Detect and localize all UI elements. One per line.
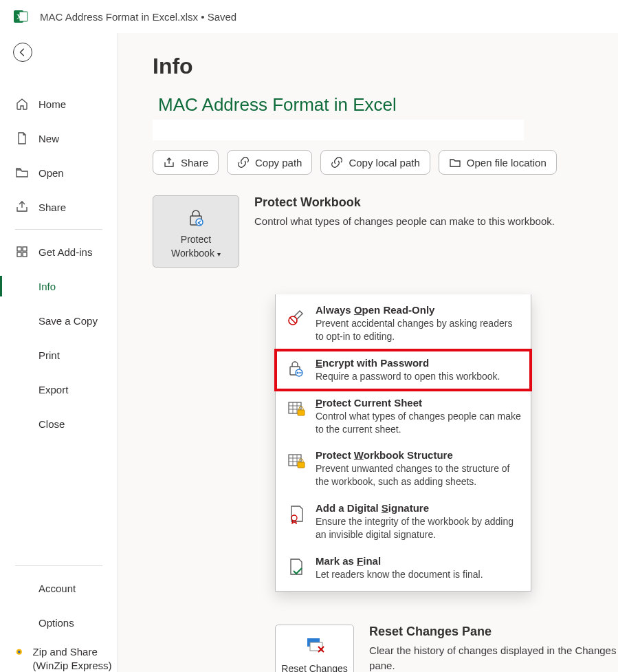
sidebar-item-print[interactable]: Print <box>0 338 118 372</box>
open-file-location-button[interactable]: Open file location <box>439 150 557 175</box>
sidebar-item-label: Export <box>38 384 68 395</box>
winzip-icon <box>15 645 23 659</box>
svg-rect-3 <box>17 247 21 251</box>
button-label: Copy path <box>255 157 302 169</box>
dropdown-item-title: Mark as Final <box>316 555 483 567</box>
sidebar-item-label: Options <box>38 617 74 629</box>
sidebar-item-label: Print <box>38 349 60 361</box>
dropdown-item-protect-structure[interactable]: Protect Workbook Structure Prevent unwan… <box>276 442 531 495</box>
link-icon <box>237 156 250 169</box>
back-button[interactable] <box>13 43 32 62</box>
sidebar-item-account[interactable]: Account <box>0 571 118 605</box>
sidebar-item-label: Home <box>38 98 66 110</box>
sidebar-item-label: New <box>38 133 59 144</box>
window-title: MAC Address Format in Excel.xlsx • Saved <box>40 11 236 23</box>
button-label: Copy local path <box>349 157 419 169</box>
svg-point-8 <box>18 651 20 653</box>
button-label: Open file location <box>467 157 547 169</box>
sidebar-item-info[interactable]: Info <box>0 269 118 303</box>
dropdown-item-digital-signature[interactable]: Add a Digital Signature Ensure the integ… <box>276 495 531 548</box>
certificate-icon <box>285 502 307 527</box>
button-label-line1: Protect <box>181 234 211 245</box>
svg-rect-18 <box>298 462 305 468</box>
chevron-down-icon: ▾ <box>217 250 221 259</box>
protect-workbook-button[interactable]: Protect Workbook▾ <box>153 195 239 268</box>
folder-open-icon <box>15 166 29 180</box>
sidebar-item-label: Info <box>38 281 56 292</box>
backstage-main: Info MAC Address Format in Excel Share C… <box>118 33 618 672</box>
sidebar-item-options[interactable]: Options <box>0 605 118 640</box>
reset-changes-pane-button[interactable]: Reset Changes Pane <box>275 625 354 672</box>
page-title: Info <box>153 54 618 79</box>
sidebar-item-label: Save a Copy <box>38 315 98 327</box>
dropdown-item-desc: Let readers know the document is final. <box>316 568 483 581</box>
sidebar-item-home[interactable]: Home <box>0 87 118 121</box>
section-description: Clear the history of changes displayed i… <box>369 643 618 672</box>
svg-point-14 <box>297 371 299 373</box>
button-label-line2: Workbook <box>171 248 214 259</box>
sidebar-item-label: Account <box>38 583 76 594</box>
titlebar: X MAC Address Format in Excel.xlsx • Sav… <box>0 0 618 33</box>
share-button[interactable]: Share <box>153 150 219 175</box>
copy-local-path-button[interactable]: Copy local path <box>320 150 430 175</box>
sidebar-item-label: Get Add-ins <box>38 246 92 258</box>
lock-key-icon <box>285 357 307 382</box>
sidebar-separator <box>15 565 102 566</box>
addins-icon <box>15 245 29 259</box>
home-icon <box>15 97 29 111</box>
button-label: Share <box>181 157 208 169</box>
dropdown-item-mark-final[interactable]: Mark as Final Let readers know the docum… <box>276 548 531 588</box>
sidebar-item-label: Close <box>38 418 65 430</box>
sidebar-item-label: Share <box>38 202 66 213</box>
new-doc-icon <box>15 131 29 145</box>
dropdown-item-read-only[interactable]: Always Open Read-Only Prevent accidental… <box>276 297 531 350</box>
svg-text:X: X <box>16 12 22 21</box>
dropdown-item-desc: Prevent unwanted changes to the structur… <box>316 462 521 488</box>
sidebar-item-save-copy[interactable]: Save a Copy <box>0 303 118 338</box>
sidebar-item-label: Zip and Share (WinZip Express) <box>33 645 118 672</box>
dropdown-item-desc: Prevent accidental changes by asking rea… <box>316 317 521 343</box>
svg-point-19 <box>291 515 297 521</box>
svg-rect-4 <box>23 247 27 251</box>
sidebar-item-share[interactable]: Share <box>0 190 118 224</box>
dropdown-item-title: Add a Digital Signature <box>316 502 521 514</box>
document-check-icon <box>285 555 307 580</box>
button-label-line1: Reset Changes <box>281 663 348 672</box>
dropdown-item-protect-sheet[interactable]: Protect Current Sheet Control what types… <box>276 390 531 443</box>
action-buttons-row: Share Copy path Copy local path Open fil… <box>153 150 618 175</box>
lock-icon <box>157 206 234 229</box>
sheet-lock-icon <box>285 397 307 422</box>
share-icon <box>15 200 29 214</box>
sidebar-item-new[interactable]: New <box>0 121 118 155</box>
sidebar-item-export[interactable]: Export <box>0 372 118 407</box>
sidebar-item-addins[interactable]: Get Add-ins <box>0 235 118 269</box>
dropdown-item-title: Protect Current Sheet <box>316 397 521 409</box>
dropdown-item-encrypt-password[interactable]: Encrypt with Password Require a password… <box>276 350 531 390</box>
workbook-lock-icon <box>285 449 307 474</box>
sidebar-item-close[interactable]: Close <box>0 407 118 441</box>
svg-rect-6 <box>23 252 27 257</box>
sidebar-item-winzip[interactable]: Zip and Share (WinZip Express) <box>0 640 118 672</box>
document-title: MAC Address Format in Excel <box>153 94 618 116</box>
svg-rect-5 <box>17 252 21 257</box>
dropdown-item-title: Encrypt with Password <box>316 357 500 369</box>
share-arrow-icon <box>163 156 175 169</box>
copy-path-button[interactable]: Copy path <box>227 150 312 175</box>
folder-icon <box>449 156 461 169</box>
reset-changes-section: Reset Changes Pane Reset Changes Pane Cl… <box>275 625 618 672</box>
section-heading: Reset Changes Pane <box>369 625 618 639</box>
sidebar-item-label: Open <box>38 167 64 179</box>
pencil-prohibit-icon <box>285 304 307 329</box>
link-icon <box>331 156 343 169</box>
sidebar-item-open[interactable]: Open <box>0 155 118 190</box>
section-heading: Protect Workbook <box>254 195 555 210</box>
section-description: Control what types of changes people can… <box>254 214 555 229</box>
dropdown-item-desc: Control what types of changes people can… <box>316 410 521 436</box>
sidebar-separator <box>15 229 102 230</box>
dropdown-item-title: Always Open Read-Only <box>316 304 521 316</box>
dropdown-item-desc: Ensure the integrity of the workbook by … <box>316 515 521 541</box>
protect-workbook-section: Protect Workbook▾ Protect Workbook Contr… <box>153 195 618 268</box>
excel-app-icon: X <box>12 8 29 25</box>
svg-rect-16 <box>298 410 305 415</box>
dropdown-item-desc: Require a password to open this workbook… <box>316 370 500 383</box>
